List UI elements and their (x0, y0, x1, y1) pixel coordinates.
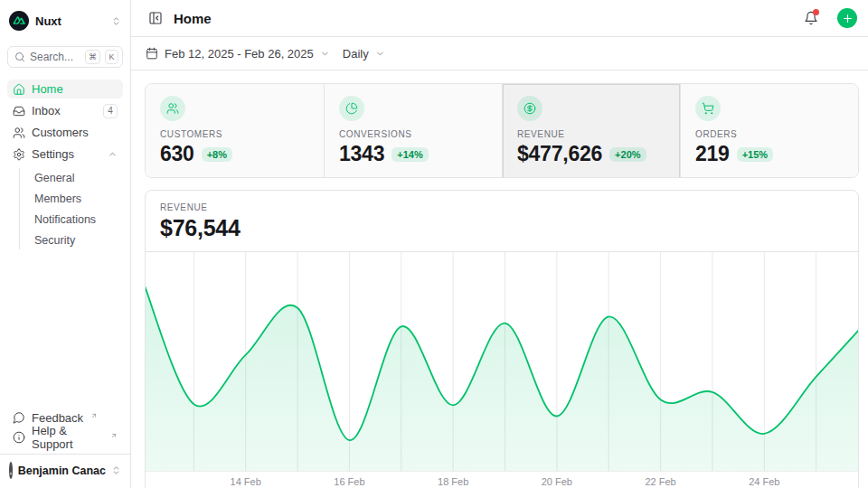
x-axis-tick-label: 24 Feb (749, 476, 779, 487)
date-range-picker[interactable]: Feb 12, 2025 - Feb 26, 2025 (146, 47, 330, 61)
add-button[interactable] (837, 8, 857, 28)
sidebar-item-label: Customers (32, 126, 118, 139)
inbox-icon (13, 105, 25, 117)
external-link-icon (110, 432, 118, 439)
filters-toolbar: Feb 12, 2025 - Feb 26, 2025 Daily (131, 37, 868, 70)
period-select[interactable]: Daily (343, 47, 385, 61)
avatar (9, 462, 13, 479)
stat-value: 630 (160, 142, 194, 166)
stat-label: REVENUE (517, 129, 665, 139)
sidebar-item-label: Inbox (32, 104, 97, 117)
circle-dollar-icon (517, 96, 542, 121)
kbd-k: K (105, 50, 118, 64)
calendar-icon (146, 47, 158, 60)
workspace-name: Nuxt (35, 14, 105, 28)
search-placeholder: Search... (30, 51, 80, 63)
stat-label: ORDERS (695, 129, 844, 139)
stat-value: 219 (695, 142, 730, 166)
stat-change-badge: +8% (202, 147, 232, 162)
sidebar-nav: Home Inbox 4 Customers Settings General … (7, 80, 123, 249)
stat-label: CUSTOMERS (160, 129, 309, 139)
home-icon (13, 83, 25, 96)
info-circle-icon (13, 431, 25, 444)
stat-change-badge: +15% (737, 147, 773, 162)
gear-icon (13, 148, 25, 161)
chevron-down-icon (375, 49, 385, 59)
search-icon (14, 52, 25, 62)
sidebar-item-security[interactable]: Security (31, 230, 123, 249)
panel-collapse-icon (148, 11, 163, 25)
dashboard-app: Nuxt Search... ⌘ K Home Inbox 4 (0, 0, 868, 488)
revenue-chart-card: REVENUE $76,544 14 Feb16 Feb18 Feb20 Feb… (145, 190, 859, 488)
plus-icon (842, 13, 854, 24)
revenue-chart-plot[interactable] (146, 252, 858, 472)
page-header: Home (131, 0, 868, 37)
x-axis-tick-label: 18 Feb (438, 476, 468, 487)
page-content: CUSTOMERS 630 +8% CONVERSIONS 1343 +14% (131, 70, 868, 488)
inbox-count-badge: 4 (103, 104, 118, 118)
users-icon (160, 96, 185, 121)
stat-value: 1343 (339, 142, 384, 166)
kbd-cmd: ⌘ (85, 50, 100, 64)
chevron-down-icon (320, 49, 330, 59)
sidebar-item-inbox[interactable]: Inbox 4 (7, 101, 123, 120)
sidebar-item-label: Feedback (32, 411, 83, 425)
x-axis-tick-label: 20 Feb (542, 476, 572, 487)
sidebar-footer-nav: Feedback Help & Support (7, 408, 123, 454)
sidebar-item-settings[interactable]: Settings (7, 145, 123, 164)
message-bubble-icon (13, 411, 25, 424)
main-area: Home Feb 12, 2025 - Feb 26, 2025 Daily (131, 0, 868, 488)
stats-group: CUSTOMERS 630 +8% CONVERSIONS 1343 +14% (145, 83, 859, 178)
chart-current-value: $76,544 (160, 215, 844, 241)
chart-pie-icon (339, 96, 364, 121)
sidebar-item-help-support[interactable]: Help & Support (7, 428, 123, 446)
x-axis-tick-label: 16 Feb (334, 476, 364, 487)
nuxt-logo-icon (9, 11, 29, 31)
x-axis-tick-label: 14 Feb (231, 476, 261, 487)
revenue-chart-xlabels: 14 Feb16 Feb18 Feb20 Feb22 Feb24 Feb (146, 472, 858, 488)
sidebar-item-label: Home (32, 82, 118, 96)
chevrons-up-down-icon (111, 465, 121, 475)
external-link-icon (90, 412, 98, 419)
stat-card-customers[interactable]: CUSTOMERS 630 +8% (146, 84, 324, 178)
notification-dot (813, 9, 819, 15)
page-title: Home (174, 11, 790, 26)
sidebar: Nuxt Search... ⌘ K Home Inbox 4 (0, 0, 131, 488)
stat-value: $477,626 (517, 142, 602, 166)
period-value: Daily (343, 47, 369, 61)
sidebar-collapse-button[interactable] (146, 9, 165, 27)
chevron-up-icon (108, 149, 118, 159)
revenue-area-chart (146, 252, 858, 471)
stat-card-conversions[interactable]: CONVERSIONS 1343 +14% (324, 84, 502, 178)
sidebar-item-customers[interactable]: Customers (7, 123, 123, 142)
chart-title: REVENUE (160, 202, 844, 212)
stat-card-orders[interactable]: ORDERS 219 +15% (680, 84, 858, 178)
sidebar-item-label: Settings (32, 147, 101, 161)
sidebar-item-label: Help & Support (32, 424, 103, 451)
stat-card-revenue[interactable]: REVENUE $477,626 +20% (502, 84, 680, 178)
stat-label: CONVERSIONS (339, 129, 487, 139)
users-icon (13, 127, 25, 139)
search-input[interactable]: Search... ⌘ K (7, 46, 123, 68)
workspace-switcher[interactable]: Nuxt (7, 9, 123, 33)
sidebar-item-home[interactable]: Home (7, 80, 123, 99)
sidebar-item-members[interactable]: Members (31, 189, 123, 208)
stat-change-badge: +14% (392, 147, 428, 162)
sidebar-item-general[interactable]: General (31, 168, 123, 187)
chevrons-up-down-icon (111, 16, 121, 26)
notifications-button[interactable] (799, 6, 823, 30)
cart-icon (695, 96, 721, 121)
sidebar-spacer (7, 249, 123, 408)
stat-change-badge: +20% (609, 147, 646, 162)
user-name: Benjamin Canac (18, 465, 106, 477)
settings-subnav: General Members Notifications Security (19, 168, 123, 249)
sidebar-item-notifications[interactable]: Notifications (31, 210, 123, 229)
date-range-value: Feb 12, 2025 - Feb 26, 2025 (165, 47, 314, 61)
user-menu[interactable]: Benjamin Canac (0, 454, 130, 481)
x-axis-tick-label: 22 Feb (645, 476, 675, 487)
revenue-chart-header: REVENUE $76,544 (146, 191, 858, 252)
